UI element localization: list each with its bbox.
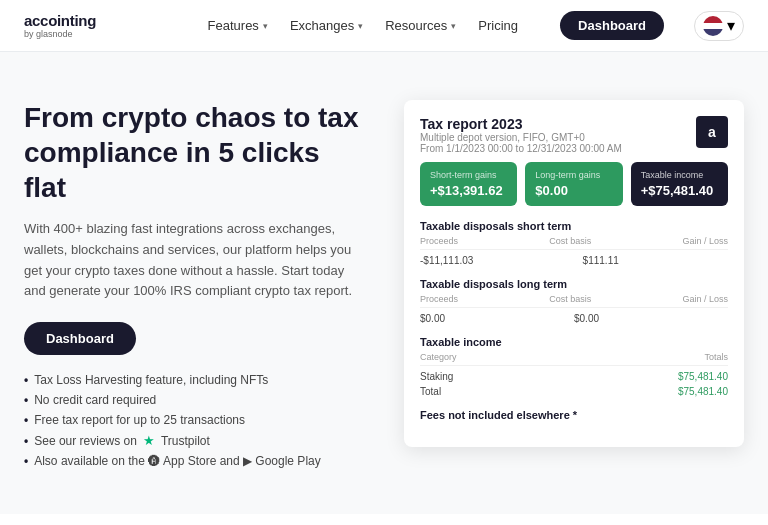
logo[interactable]: accointing by glasnode: [24, 12, 96, 39]
section-title: Taxable income: [420, 336, 728, 348]
metric-value: +$13,391.62: [430, 183, 507, 198]
table-row: $0.00 $0.00: [420, 311, 728, 326]
table-row: Total $75,481.40: [420, 384, 728, 399]
table-header: Category Totals: [420, 352, 728, 366]
chevron-down-icon: ▾: [727, 16, 735, 35]
tax-report-subtitle: Multiple depot version, FIFO, GMT+0: [420, 132, 622, 143]
nav-resources[interactable]: Resources ▾: [385, 18, 456, 33]
tax-card-title-group: Tax report 2023 Multiple depot version, …: [420, 116, 622, 154]
hero-features-list: Tax Loss Harvesting feature, including N…: [24, 373, 364, 468]
tax-metrics-row: Short-term gains +$13,391.62 Long-term g…: [420, 162, 728, 206]
logo-subtext: by glasnode: [24, 29, 96, 39]
metric-value: +$75,481.40: [641, 183, 718, 198]
hero-description: With 400+ blazing fast integrations acro…: [24, 219, 364, 302]
tax-card-header: Tax report 2023 Multiple depot version, …: [420, 116, 728, 154]
nav-links: Features ▾ Exchanges ▾ Resources ▾ Prici…: [208, 11, 744, 41]
chevron-down-icon: ▾: [263, 21, 268, 31]
taxable-income-metric: Taxable income +$75,481.40: [631, 162, 728, 206]
tax-report-title: Tax report 2023: [420, 116, 622, 132]
list-item: Free tax report for up to 25 transaction…: [24, 413, 364, 427]
us-flag-icon: [703, 16, 723, 36]
table-header: Proceeds Cost basis Gain / Loss: [420, 294, 728, 308]
section-title: Taxable disposals short term: [420, 220, 728, 232]
tax-card-logo: a: [696, 116, 728, 148]
chevron-down-icon: ▾: [451, 21, 456, 31]
fees-section: Fees not included elsewhere *: [420, 409, 728, 421]
table-row: Staking $75,481.40: [420, 369, 728, 384]
nav-exchanges[interactable]: Exchanges ▾: [290, 18, 363, 33]
tax-report-card-container: Tax report 2023 Multiple depot version, …: [404, 100, 744, 447]
nav-pricing[interactable]: Pricing: [478, 18, 518, 33]
hero-dashboard-button[interactable]: Dashboard: [24, 322, 136, 355]
tax-report-subtitle2: From 1/1/2023 00:00 to 12/31/2023 00:00 …: [420, 143, 622, 154]
hero-title: From crypto chaos to tax compliance in 5…: [24, 100, 364, 205]
hero-section: From crypto chaos to tax compliance in 5…: [0, 52, 768, 514]
short-term-section: Taxable disposals short term Proceeds Co…: [420, 220, 728, 268]
language-selector[interactable]: ▾: [694, 11, 744, 41]
tax-report-card: Tax report 2023 Multiple depot version, …: [404, 100, 744, 447]
list-item: Tax Loss Harvesting feature, including N…: [24, 373, 364, 387]
list-item: See our reviews on ★ Trustpilot: [24, 433, 364, 448]
table-row: -$11,111.03 $111.11: [420, 253, 728, 268]
metric-label: Taxable income: [641, 170, 718, 180]
long-term-section: Taxable disposals long term Proceeds Cos…: [420, 278, 728, 326]
trustpilot-star-icon: ★: [143, 433, 155, 448]
section-title: Fees not included elsewhere *: [420, 409, 728, 421]
metric-value: $0.00: [535, 183, 612, 198]
metric-label: Short-term gains: [430, 170, 507, 180]
second-section: Total fees Long term gains Easily file: [0, 514, 768, 525]
short-term-gains-metric: Short-term gains +$13,391.62: [420, 162, 517, 206]
list-item: No credit card required: [24, 393, 364, 407]
table-header: Proceeds Cost basis Gain / Loss: [420, 236, 728, 250]
navbar: accointing by glasnode Features ▾ Exchan…: [0, 0, 768, 52]
section-title: Taxable disposals long term: [420, 278, 728, 290]
list-item: Also available on the 🅐 App Store and ▶ …: [24, 454, 364, 468]
hero-left-content: From crypto chaos to tax compliance in 5…: [24, 100, 364, 474]
metric-label: Long-term gains: [535, 170, 612, 180]
nav-dashboard-button[interactable]: Dashboard: [560, 11, 664, 40]
chevron-down-icon: ▾: [358, 21, 363, 31]
logo-text: accointing: [24, 12, 96, 29]
taxable-income-section: Taxable income Category Totals Staking $…: [420, 336, 728, 399]
nav-features[interactable]: Features ▾: [208, 18, 268, 33]
long-term-gains-metric: Long-term gains $0.00: [525, 162, 622, 206]
